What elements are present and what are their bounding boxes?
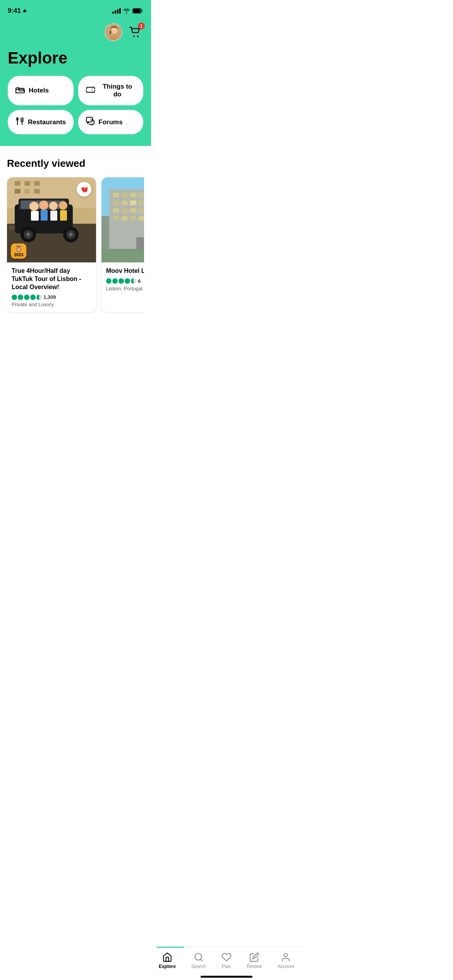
svg-rect-17: [15, 181, 21, 186]
ticket-svg: [86, 86, 95, 93]
heart-filled-icon: [81, 186, 88, 192]
svg-rect-49: [122, 193, 128, 197]
hotel-stars: [106, 278, 136, 284]
category-grid: Hotels Things to do Restaur: [8, 76, 143, 134]
restaurants-icon: [15, 117, 24, 127]
bed-svg: [15, 86, 25, 93]
cart-badge: 1: [138, 22, 145, 29]
svg-rect-1: [133, 9, 141, 13]
hotel-review-count: 6: [138, 278, 141, 284]
time-display: 9:41: [8, 7, 21, 15]
svg-rect-76: [101, 249, 144, 262]
svg-rect-20: [15, 189, 21, 194]
tripadvisor-badge: 🦉 2023: [11, 243, 26, 259]
svg-rect-57: [130, 200, 136, 205]
svg-rect-48: [113, 193, 119, 197]
wifi-icon: [123, 8, 130, 14]
tuk-tuk-like-button[interactable]: [77, 182, 91, 197]
hotels-label: Hotels: [29, 87, 49, 94]
page-title: Explore: [8, 49, 143, 67]
svg-rect-63: [122, 208, 128, 213]
tuk-tuk-stars: [12, 295, 42, 300]
forums-label: Forums: [98, 118, 122, 126]
ticket-icon: [86, 86, 95, 95]
avatar-image: [105, 24, 122, 40]
tuk-tuk-rating-row: 1,309: [12, 294, 91, 300]
signal-bars: [112, 8, 121, 14]
svg-rect-43: [50, 211, 57, 221]
things-to-do-button[interactable]: Things to do: [78, 76, 143, 105]
tuk-tuk-card[interactable]: 🦉 2023 True 4Hour/Half day TukTuk Tour o…: [7, 177, 96, 312]
svg-rect-50: [130, 193, 136, 197]
main-content: Recently viewed: [0, 146, 151, 352]
fork-knife-svg: [15, 117, 24, 125]
ta-year: 2023: [14, 252, 23, 257]
svg-rect-77: [136, 237, 144, 249]
svg-point-37: [29, 202, 39, 211]
tuk-tuk-info: True 4Hour/Half day TukTuk Tour of Lisbo…: [7, 262, 96, 312]
star-1: [106, 278, 112, 284]
tuk-tuk-image: 🦉 2023: [7, 177, 96, 262]
hotel-scene: [101, 177, 144, 262]
svg-point-6: [137, 36, 139, 37]
forums-button[interactable]: Forums: [78, 110, 143, 134]
svg-rect-69: [113, 216, 119, 221]
hotel-svg: [101, 177, 144, 262]
svg-rect-51: [139, 193, 144, 197]
star-4: [125, 278, 130, 284]
svg-rect-42: [41, 210, 48, 221]
status-bar: 9:41: [0, 0, 151, 19]
tuk-tuk-review-count: 1,309: [43, 294, 56, 300]
hotel-rating-row: 6: [106, 278, 144, 284]
hotel-title: Moov Hotel Lisb...: [106, 267, 144, 275]
star-5-half: [36, 295, 42, 300]
things-to-do-label: Things to do: [99, 83, 136, 98]
svg-rect-72: [139, 216, 144, 221]
star-1: [12, 295, 17, 300]
svg-rect-65: [139, 208, 144, 213]
star-3: [24, 295, 29, 300]
star-2: [112, 278, 118, 284]
svg-rect-19: [34, 181, 40, 186]
hotels-icon: [15, 86, 25, 95]
svg-rect-58: [139, 200, 144, 205]
avatar[interactable]: [105, 23, 122, 41]
svg-point-36: [69, 233, 73, 236]
restaurants-button[interactable]: Restaurants: [8, 110, 74, 134]
svg-rect-21: [24, 189, 30, 194]
status-icons: [112, 8, 143, 14]
hotel-info: Moov Hotel Lisb... 6 Lisbon, Portugal: [101, 262, 144, 296]
svg-point-38: [39, 200, 48, 210]
star-3: [118, 278, 124, 284]
star-4: [30, 295, 36, 300]
cards-scroll[interactable]: 🦉 2023 True 4Hour/Half day TukTuk Tour o…: [7, 177, 144, 314]
status-time: 9:41: [8, 7, 27, 15]
star-2: [18, 295, 23, 300]
hotel-image: [101, 177, 144, 262]
header: 1 Explore Hotels Things to do: [0, 19, 151, 146]
hotel-subtitle: Lisbon, Portugal: [106, 286, 144, 291]
svg-rect-41: [31, 211, 39, 221]
svg-rect-64: [130, 208, 136, 213]
svg-rect-62: [113, 208, 119, 213]
svg-point-9: [17, 87, 19, 88]
cart-container[interactable]: 1: [127, 24, 143, 40]
tuk-tuk-title: True 4Hour/Half day TukTuk Tour of Lisbo…: [12, 267, 91, 291]
forums-icon: [86, 117, 94, 127]
header-top: 1: [8, 23, 143, 41]
svg-rect-56: [122, 200, 128, 205]
tuk-tuk-subtitle: Private and Luxury: [12, 302, 91, 307]
avatar-svg: [105, 24, 122, 41]
moov-hotel-card[interactable]: Moov Hotel Lisb... 6 Lisbon, Portugal: [101, 177, 144, 312]
location-icon: [22, 9, 27, 13]
restaurants-label: Restaurants: [28, 118, 66, 126]
chat-svg: [86, 117, 94, 125]
svg-point-5: [133, 36, 135, 37]
svg-point-33: [26, 233, 30, 236]
ta-owl-icon: 🦉: [15, 245, 22, 252]
svg-rect-71: [130, 216, 136, 221]
svg-rect-44: [60, 210, 67, 221]
svg-rect-70: [122, 216, 128, 221]
hotels-button[interactable]: Hotels: [8, 76, 74, 105]
svg-rect-18: [24, 181, 30, 186]
